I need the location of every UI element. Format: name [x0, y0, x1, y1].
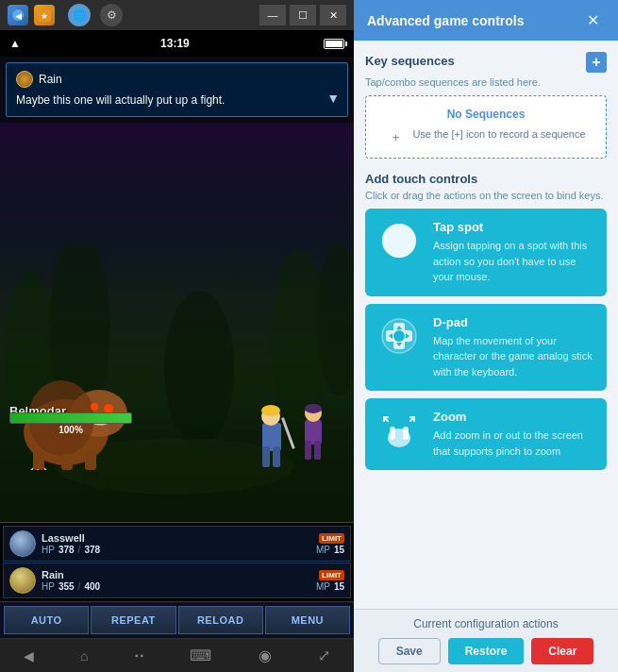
svg-point-33 [393, 330, 405, 342]
battery-indicator [324, 39, 344, 49]
svg-point-9 [164, 292, 234, 445]
repeat-button[interactable]: REPEAT [91, 606, 175, 634]
zoom-name: Zoom [433, 410, 593, 424]
no-sequences-row: + Use the [+] icon to record a sequence [386, 126, 585, 146]
dialogue-box: Rain Maybe this one will actually put up… [6, 62, 348, 117]
tap-spot-text: Tap spot Assign tapping on a spot with t… [433, 220, 593, 285]
tap-spot-desc: Assign tapping on a spot with this actio… [433, 238, 593, 285]
svg-rect-23 [262, 446, 270, 467]
save-button[interactable]: Save [378, 638, 441, 664]
minimize-button[interactable]: — [259, 5, 286, 25]
tap-spot-name: Tap spot [433, 220, 593, 234]
svg-rect-29 [314, 441, 321, 460]
bottom-nav: ◀ ⌂ ▪▪ ⌨ ◉ ⤢ [0, 638, 354, 672]
lasswell-info: Lasswell LIMIT HP 378 / 378 MP 15 [42, 532, 344, 555]
status-time: 13:19 [26, 37, 324, 50]
settings-icon[interactable]: ⚙ [100, 4, 123, 26]
dpad-icon [378, 315, 420, 357]
svg-rect-24 [273, 446, 280, 467]
home-nav-button[interactable]: ⌂ [69, 645, 99, 667]
rain-mp: 15 [334, 581, 344, 592]
zoom-icon [378, 410, 420, 451]
key-sequences-header: Key sequences + [365, 52, 607, 73]
svg-rect-17 [61, 454, 73, 470]
zoom-card[interactable]: Zoom Add zoom in or out to the screen th… [365, 398, 607, 470]
auto-button[interactable]: AUTO [4, 606, 89, 634]
svg-rect-18 [85, 451, 96, 470]
action-bar: AUTO REPEAT RELOAD MENU [0, 601, 354, 638]
dialogue-arrow-icon: ▼ [326, 89, 340, 109]
lasswell-name: Lasswell [42, 532, 85, 544]
enemy-hp-bar: 100% [9, 412, 132, 435]
footer-title: Current configuration actions [365, 617, 607, 630]
key-sequences-box: No Sequences + Use the [+] icon to recor… [365, 95, 607, 159]
rain-avatar [9, 567, 36, 594]
lasswell-hp: 378 [58, 545, 75, 555]
maximize-button[interactable]: ☐ [290, 5, 316, 25]
rain-hp-max: 400 [84, 581, 100, 592]
menu-button[interactable]: MENU [265, 606, 350, 634]
add-sequence-button[interactable]: + [586, 52, 607, 73]
party-member-rain[interactable]: Rain LIMIT HP 355 / 400 MP 15 [3, 563, 351, 598]
lasswell-limit-badge: LIMIT [319, 533, 344, 544]
rain-limit-badge: LIMIT [319, 570, 344, 580]
panel-close-button[interactable]: ✕ [581, 9, 605, 31]
dpad-name: D-pad [433, 315, 593, 329]
player-sprite [245, 399, 297, 470]
svg-rect-35 [390, 427, 395, 440]
svg-text:◀: ◀ [15, 11, 22, 21]
plus-icon-box: + [386, 127, 405, 146]
phone-screen: ▲ 13:19 Rain Maybe this one will actuall… [0, 30, 354, 672]
nav-globe-icon[interactable]: 🌐 [68, 4, 91, 26]
svg-point-15 [91, 403, 98, 411]
app-icon-2: ★ [34, 5, 55, 25]
panel-title: Advanced game controls [367, 13, 525, 28]
battle-scene[interactable]: Belmodar 100% [0, 123, 354, 522]
enemy-hp-label: 100% [9, 425, 132, 435]
back-nav-button[interactable]: ◀ [12, 645, 45, 667]
rain-info: Rain LIMIT HP 355 / 400 MP 15 [42, 569, 344, 592]
svg-text:★: ★ [41, 11, 48, 21]
party-member-lasswell[interactable]: Lasswell LIMIT HP 378 / 378 MP 15 [3, 526, 351, 562]
status-bar: ▲ 13:19 [0, 30, 354, 57]
window-titlebar: ◀ ★ 🌐 ⚙ — ☐ ✕ [0, 0, 354, 30]
add-touch-controls-title: Add touch controls [365, 172, 607, 186]
reload-button[interactable]: RELOAD [178, 606, 263, 634]
game-panel: ◀ ★ 🌐 ⚙ — ☐ ✕ ▲ 13:19 [0, 0, 354, 672]
restore-button[interactable]: Restore [448, 638, 525, 664]
recent-nav-button[interactable]: ▪▪ [124, 647, 155, 664]
panel-header: Advanced game controls ✕ [354, 0, 618, 41]
dpad-card[interactable]: D-pad Map the movement of your character… [365, 304, 607, 392]
svg-rect-28 [305, 441, 311, 460]
wifi-icon: ▲ [9, 37, 21, 50]
clear-button[interactable]: Clear [531, 638, 593, 664]
lasswell-mp: 15 [334, 545, 344, 555]
party-panel: Lasswell LIMIT HP 378 / 378 MP 15 [0, 522, 354, 601]
svg-rect-36 [403, 427, 409, 440]
dpad-text: D-pad Map the movement of your character… [433, 315, 593, 380]
tap-spot-card[interactable]: Tap spot Assign tapping on a spot with t… [365, 209, 607, 296]
panel-footer: Current configuration actions Save Resto… [354, 609, 618, 672]
keyboard-nav-button[interactable]: ⌨ [178, 643, 223, 668]
speaker-avatar [16, 71, 33, 88]
rain-hp: 355 [58, 581, 75, 592]
no-sequences-text: Use the [+] icon to record a sequence [412, 126, 585, 143]
camera-nav-button[interactable]: ◉ [247, 643, 283, 668]
app-icon-1: ◀ [8, 5, 28, 25]
svg-point-27 [305, 404, 322, 413]
footer-buttons: Save Restore Clear [365, 638, 607, 664]
svg-point-21 [261, 405, 280, 416]
no-sequences-title: No Sequences [447, 108, 526, 121]
expand-nav-button[interactable]: ⤢ [307, 643, 342, 668]
rain-name: Rain [42, 569, 64, 580]
dialogue-text: Maybe this one will actually put up a fi… [16, 92, 338, 109]
close-window-button[interactable]: ✕ [320, 5, 346, 25]
player-sprite-2 [292, 399, 335, 465]
advanced-controls-panel: Advanced game controls ✕ Key sequences +… [354, 0, 618, 672]
panel-content: Key sequences + Tap/combo sequences are … [354, 41, 618, 609]
lasswell-hp-max: 378 [84, 545, 100, 555]
tap-spot-icon [378, 220, 420, 261]
dpad-desc: Map the movement of your character or th… [433, 333, 593, 380]
zoom-text: Zoom Add zoom in or out to the screen th… [433, 410, 593, 459]
dialogue-speaker: Rain [16, 71, 338, 88]
